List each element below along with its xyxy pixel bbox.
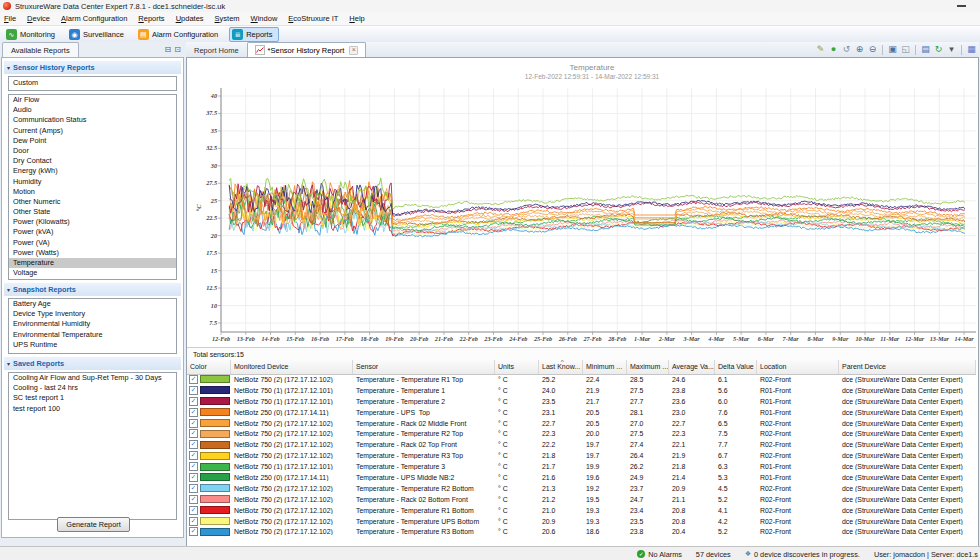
report-item-voltage[interactable]: Voltage: [9, 268, 176, 278]
table-row[interactable]: ✓NetBotz 750 (1) (172.17.12.101)Temperat…: [187, 461, 976, 472]
table-row[interactable]: ✓NetBotz 250 (0) (172.17.14.11)Temperatu…: [187, 472, 976, 483]
row-checkbox[interactable]: ✓: [189, 506, 198, 515]
row-checkbox[interactable]: ✓: [189, 440, 198, 449]
record-icon[interactable]: ●: [828, 44, 839, 55]
report-item-custom[interactable]: Custom: [9, 77, 176, 89]
col-header-color[interactable]: Color: [187, 360, 231, 374]
col-header-sensor[interactable]: Sensor: [353, 360, 495, 374]
device-count[interactable]: 57 devices: [696, 550, 731, 559]
report-item-power-va[interactable]: Power (VA): [9, 238, 176, 248]
row-checkbox[interactable]: ✓: [189, 484, 198, 493]
fit-screen-icon[interactable]: ▣: [887, 44, 898, 55]
col-header-maximum[interactable]: Maximum ...: [627, 360, 669, 374]
row-checkbox[interactable]: ✓: [189, 386, 198, 395]
section-header-sensor-history-reports[interactable]: ▾Sensor History Reports: [4, 61, 181, 74]
tab-sensor-history-report[interactable]: *Sensor History Report×: [247, 42, 367, 57]
refresh-dropdown-icon[interactable]: ▾: [946, 44, 957, 55]
report-item-humidity[interactable]: Humidity: [9, 177, 176, 187]
refresh-icon[interactable]: ↻: [933, 44, 944, 55]
table-row[interactable]: ✓NetBotz 750 (1) (172.17.12.101)Temperat…: [187, 396, 976, 407]
report-item-power-kilowatts[interactable]: Power (Kilowatts): [9, 217, 176, 227]
perspective-monitoring[interactable]: ∿Monitoring: [3, 27, 62, 42]
table-row[interactable]: ✓NetBotz 750 (2) (172.17.12.102)Temperat…: [187, 428, 976, 439]
row-checkbox[interactable]: ✓: [189, 462, 198, 471]
minimize-icon[interactable]: [957, 5, 966, 7]
report-item-battery-age[interactable]: Battery Age: [9, 299, 176, 309]
table-row[interactable]: ✓NetBotz 250 (0) (172.17.14.11)Temperatu…: [187, 407, 976, 418]
report-item-sc-test-report-1[interactable]: SC test report 1: [9, 393, 176, 403]
perspective-reports[interactable]: ≣Reports: [229, 27, 279, 42]
table-row[interactable]: ✓NetBotz 750 (2) (172.17.12.102)Temperat…: [187, 418, 976, 429]
table-row[interactable]: ✓NetBotz 750 (2) (172.17.12.102)Temperat…: [187, 450, 976, 461]
menu-alarm-configuration[interactable]: Alarm Configuration: [61, 14, 127, 23]
panel-maximize-icon[interactable]: ⊡: [174, 45, 181, 54]
chart-settings-icon[interactable]: ▤: [920, 44, 931, 55]
report-item-dew-point[interactable]: Dew Point: [9, 136, 176, 146]
menu-reports[interactable]: Reports: [138, 14, 164, 23]
perspective-alarm-configuration[interactable]: ▤Alarm Configuration: [135, 27, 225, 42]
table-row[interactable]: ✓NetBotz 750 (2) (172.17.12.102)Temperat…: [187, 439, 976, 450]
report-item-other-state[interactable]: Other State: [9, 207, 176, 217]
row-checkbox[interactable]: ✓: [189, 451, 198, 460]
row-checkbox[interactable]: ✓: [189, 429, 198, 438]
table-row[interactable]: ✓NetBotz 750 (2) (172.17.12.102)Temperat…: [187, 374, 976, 385]
row-checkbox[interactable]: ✓: [189, 375, 198, 384]
report-item-cooling-last-24-hrs[interactable]: Cooling - last 24 hrs: [9, 383, 176, 393]
edit-icon[interactable]: ✎: [815, 44, 826, 55]
col-header-minimum[interactable]: Minimum ...: [583, 360, 627, 374]
table-row[interactable]: ✓NetBotz 750 (2) (172.17.12.102)Temperat…: [187, 526, 976, 537]
report-item-door[interactable]: Door: [9, 146, 176, 156]
report-item-ups-runtime[interactable]: UPS Runtime: [9, 340, 176, 350]
row-checkbox[interactable]: ✓: [189, 495, 198, 504]
report-item-cooling-air-flow-and-sup-ret-temp-30-days[interactable]: Cooling Air Flow and Sup-Ret Temp - 30 D…: [9, 373, 176, 383]
col-header-monitored-device[interactable]: Monitored Device: [231, 360, 353, 374]
report-item-power-kva[interactable]: Power (kVA): [9, 227, 176, 237]
menu-help[interactable]: Help: [349, 14, 364, 23]
tab-close-icon[interactable]: ×: [349, 46, 358, 55]
zoom-out-icon[interactable]: ⊖: [867, 44, 878, 55]
col-header-last-know[interactable]: ˄Last Know...: [539, 360, 583, 374]
table-row[interactable]: ✓NetBotz 750 (1) (172.17.12.101)Temperat…: [187, 385, 976, 396]
table-row[interactable]: ✓NetBotz 750 (2) (172.17.12.102)Temperat…: [187, 494, 976, 505]
report-item-power-watts[interactable]: Power (Watts): [9, 248, 176, 258]
pan-icon[interactable]: ↺: [841, 44, 852, 55]
report-item-dry-contact[interactable]: Dry Contact: [9, 156, 176, 166]
menu-file[interactable]: File: [4, 14, 16, 23]
menu-system[interactable]: System: [215, 14, 240, 23]
row-checkbox[interactable]: ✓: [189, 517, 198, 526]
menu-device[interactable]: Device: [27, 14, 50, 23]
available-reports-tab[interactable]: Available Reports: [2, 42, 79, 57]
row-checkbox[interactable]: ✓: [189, 473, 198, 482]
restore-window-icon[interactable]: ◱: [900, 44, 911, 55]
col-header-parent-device[interactable]: Parent Device: [839, 360, 976, 374]
report-item-environmental-temperature[interactable]: Environmental Temperature: [9, 330, 176, 340]
save-icon[interactable]: ▦: [966, 44, 977, 55]
col-header-average-va[interactable]: Average Va...: [669, 360, 715, 374]
section-header-snapshot-reports[interactable]: ▾Snapshot Reports: [4, 283, 181, 296]
col-header-units[interactable]: Units: [495, 360, 539, 374]
col-header-location[interactable]: Location: [757, 360, 839, 374]
row-checkbox[interactable]: ✓: [189, 408, 198, 417]
no-alarms-label[interactable]: No Alarms: [648, 550, 682, 559]
menu-ecostruxure-it[interactable]: EcoStruxure IT: [288, 14, 338, 23]
report-item-current-amps[interactable]: Current (Amps): [9, 126, 176, 136]
perspective-surveillance[interactable]: ◉Surveillance: [66, 27, 131, 42]
panel-minimize-icon[interactable]: ⊟: [165, 45, 172, 54]
report-item-test-report-100[interactable]: test report 100: [9, 404, 176, 414]
report-item-energy-kwh[interactable]: Energy (kWh): [9, 166, 176, 176]
temperature-chart[interactable]: 12-Feb13-Feb14-Feb15-Feb16-Feb17-Feb18-F…: [187, 58, 976, 347]
report-item-audio[interactable]: Audio: [9, 105, 176, 115]
tab-report-home[interactable]: Report Home: [186, 42, 247, 57]
section-header-saved-reports[interactable]: ▾Saved Reports: [4, 357, 181, 370]
menu-window[interactable]: Window: [251, 14, 278, 23]
table-row[interactable]: ✓NetBotz 750 (2) (172.17.12.102)Temperat…: [187, 505, 976, 516]
report-item-other-numeric[interactable]: Other Numeric: [9, 197, 176, 207]
generate-report-button[interactable]: Generate Report: [57, 517, 129, 532]
row-checkbox[interactable]: ✓: [189, 397, 198, 406]
col-header-delta-value[interactable]: Delta Value: [715, 360, 757, 374]
report-item-air-flow[interactable]: Air Flow: [9, 95, 176, 105]
report-item-temperature[interactable]: Temperature: [9, 258, 176, 268]
row-checkbox[interactable]: ✓: [189, 527, 198, 536]
report-item-device-type-inventory[interactable]: Device Type Inventory: [9, 309, 176, 319]
report-item-communication-status[interactable]: Communication Status: [9, 115, 176, 125]
